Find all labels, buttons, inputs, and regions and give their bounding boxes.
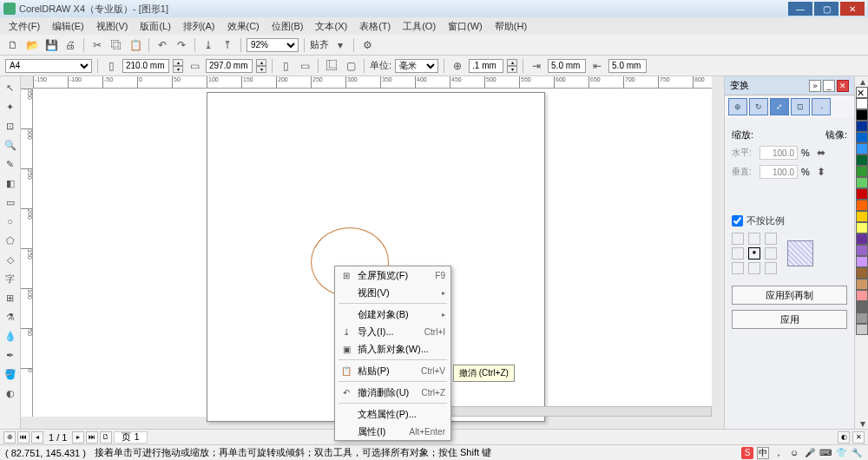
cut-button[interactable]: ✂ <box>89 37 105 53</box>
text-tool[interactable]: 字 <box>2 270 19 287</box>
ctx-paste[interactable]: 📋粘贴(P)Ctrl+V <box>335 362 450 379</box>
color-swatch[interactable] <box>856 279 868 290</box>
ime-mic-icon[interactable]: 🎤 <box>804 447 816 459</box>
zoom-combo[interactable]: 92% <box>247 38 299 52</box>
rectangle-tool[interactable]: ▭ <box>2 194 19 211</box>
mirror-v-button[interactable]: ⬍ <box>813 164 829 180</box>
ctx-insert[interactable]: ▣插入新对象(W)... <box>335 340 450 358</box>
color-swatch[interactable] <box>856 143 868 154</box>
menu-view[interactable]: 视图(V) <box>91 18 134 35</box>
undo-button[interactable]: ↶ <box>155 37 170 53</box>
landscape-button[interactable]: ▭ <box>297 58 312 74</box>
apply-duplicate-button[interactable]: 应用到再制 <box>732 286 847 305</box>
color-swatch[interactable] <box>856 98 868 109</box>
color-swatch[interactable] <box>856 324 868 335</box>
portrait-icon[interactable]: ▯ <box>103 58 119 74</box>
ime-keyboard-icon[interactable]: ⌨ <box>819 447 832 459</box>
ctx-import[interactable]: ⤓导入(I)...Ctrl+I <box>335 323 450 340</box>
portrait-button[interactable]: ▯ <box>278 58 293 74</box>
options-button[interactable]: ⚙ <box>359 37 375 53</box>
color-swatch[interactable] <box>856 121 868 132</box>
import-button[interactable]: ⤓ <box>201 37 216 53</box>
color-swatch[interactable] <box>856 166 868 177</box>
firstpage-button[interactable]: ⏮ <box>17 431 30 444</box>
addpage2-button[interactable]: 🗋 <box>100 431 112 444</box>
color-swatch[interactable] <box>856 109 868 121</box>
zoom-tool[interactable]: 🔍 <box>2 136 19 154</box>
color-swatch[interactable] <box>856 245 868 256</box>
color-swatch[interactable] <box>856 267 868 279</box>
page-height-input[interactable] <box>206 59 253 73</box>
menu-help[interactable]: 帮助(H) <box>490 18 532 35</box>
color-swatch[interactable] <box>856 200 868 211</box>
ctx-create[interactable]: 创建对象(B)▸ <box>335 306 450 323</box>
docker-collapse-button[interactable]: » <box>809 80 821 92</box>
color-swatch[interactable] <box>856 177 868 188</box>
outline-indicator[interactable]: ✕ <box>852 431 865 444</box>
polygon-tool[interactable]: ⬠ <box>2 232 19 249</box>
addpage-button[interactable]: ⊕ <box>3 431 16 444</box>
ime-emoji-icon[interactable]: ☺ <box>788 447 800 459</box>
ruler-horizontal[interactable]: -150 -100 -50 0 50 100 150 200 250 300 3… <box>33 76 712 89</box>
menu-edit[interactable]: 编辑(E) <box>47 18 89 35</box>
menu-bitmap[interactable]: 位图(B) <box>266 18 309 35</box>
nextpage-button[interactable]: ▸ <box>72 431 84 444</box>
crop-tool[interactable]: ⊡ <box>2 117 19 135</box>
new-button[interactable]: 🗋 <box>5 37 21 53</box>
color-swatch[interactable] <box>856 222 868 233</box>
minimize-button[interactable]: — <box>788 2 812 16</box>
tab-position[interactable]: ⊕ <box>728 98 747 115</box>
color-swatch[interactable] <box>856 256 868 267</box>
ellipse-tool[interactable]: ○ <box>2 213 19 230</box>
ime-tool-icon[interactable]: 🔧 <box>851 447 863 459</box>
color-swatch[interactable] <box>856 290 868 301</box>
paste-button[interactable]: 📋 <box>128 37 143 53</box>
ruler-vertical[interactable]: 350 300 250 200 150 100 50 0 <box>21 89 33 417</box>
unit-combo[interactable]: 毫米 <box>395 59 438 73</box>
h-scale-input[interactable] <box>760 146 798 160</box>
shape-tool[interactable]: ✦ <box>2 98 19 115</box>
menu-effects[interactable]: 效果(C) <box>222 18 265 35</box>
interactivefill-tool[interactable]: ◐ <box>2 384 19 402</box>
allpages-button[interactable]: ⿺ <box>324 58 339 74</box>
fill-tool[interactable]: 🪣 <box>2 365 19 383</box>
print-button[interactable]: 🖨 <box>62 37 78 53</box>
color-swatch[interactable] <box>856 132 868 143</box>
pick-tool[interactable]: ↖ <box>2 79 19 96</box>
eyedropper-tool[interactable]: 💧 <box>2 327 19 345</box>
menu-text[interactable]: 文本(X) <box>310 18 352 35</box>
basicshape-tool[interactable]: ◇ <box>2 251 19 268</box>
redo-button[interactable]: ↷ <box>174 37 189 53</box>
palette-up-button[interactable]: ▴ <box>855 76 868 87</box>
dup-y-input[interactable] <box>608 59 647 73</box>
menu-arrange[interactable]: 排列(A) <box>178 18 220 35</box>
ctx-fullscreen[interactable]: ⊞全屏预览(F)F9 <box>335 266 450 284</box>
color-swatch[interactable] <box>856 312 868 324</box>
close-button[interactable]: ✕ <box>840 2 865 16</box>
ctx-view[interactable]: 视图(V)▸ <box>335 284 450 301</box>
page-width-spinner[interactable]: ▴▾ <box>173 59 183 73</box>
palette-down-button[interactable]: ▾ <box>855 418 868 429</box>
tab-scale[interactable]: ⤢ <box>770 98 789 115</box>
freehand-tool[interactable]: ✎ <box>2 155 19 173</box>
blend-tool[interactable]: ⚗ <box>2 308 19 325</box>
ime-skin-icon[interactable]: 👕 <box>835 447 847 459</box>
color-swatch[interactable] <box>856 233 868 245</box>
tab-rotate[interactable]: ↻ <box>749 98 768 115</box>
ctx-prop[interactable]: 属性(I)Alt+Enter <box>335 423 450 440</box>
copy-button[interactable]: ⿻ <box>108 37 124 53</box>
dup-x-input[interactable] <box>548 59 586 73</box>
apply-button[interactable]: 应用 <box>732 310 847 329</box>
smartfill-tool[interactable]: ◧ <box>2 174 19 192</box>
maximize-button[interactable]: ▢ <box>814 2 838 16</box>
ime-lang-button[interactable]: 中 <box>757 447 769 459</box>
nocolor-swatch[interactable]: ✕ <box>856 87 868 98</box>
snap-dropdown-button[interactable]: ▾ <box>332 37 348 53</box>
mirror-h-button[interactable]: ⬌ <box>813 145 829 161</box>
outline-tool[interactable]: ✒ <box>2 346 19 364</box>
docker-min-button[interactable]: _ <box>823 80 835 92</box>
save-button[interactable]: 💾 <box>43 37 59 53</box>
nonprop-checkbox[interactable] <box>732 215 743 227</box>
page-tab-1[interactable]: 页 1 <box>114 431 147 444</box>
menu-tools[interactable]: 工具(O) <box>398 18 441 35</box>
